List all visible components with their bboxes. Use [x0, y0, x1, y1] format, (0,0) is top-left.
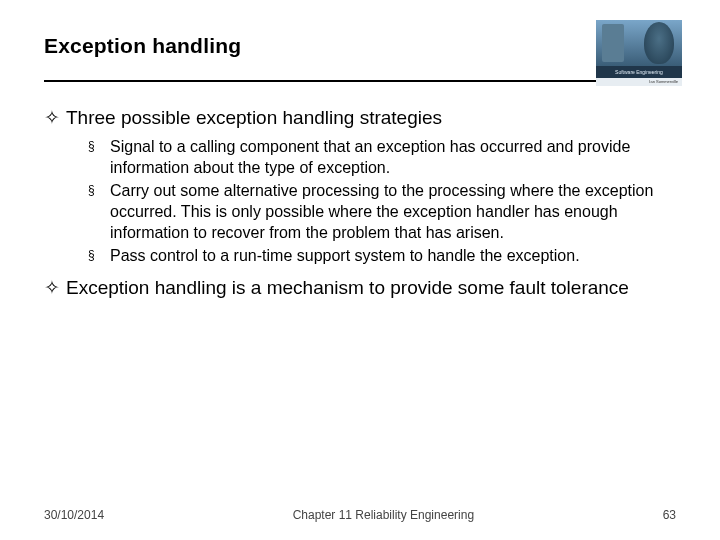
book-logo: Software Engineering Ian Sommerville: [596, 20, 682, 80]
slide-header: Exception handling Software Engineering …: [44, 34, 676, 82]
footer-page-number: 63: [663, 508, 676, 522]
book-cover-image: [596, 20, 682, 66]
slide-footer: 30/10/2014 Chapter 11 Reliability Engine…: [0, 508, 720, 522]
book-author-strip: Ian Sommerville: [596, 78, 682, 86]
bullet-level1: ✧ Exception handling is a mechanism to p…: [44, 276, 676, 300]
header-divider: [44, 80, 676, 82]
bullet-level1: ✧ Three possible exception handling stra…: [44, 106, 676, 130]
diamond-bullet-icon: ✧: [44, 106, 66, 130]
square-bullet-icon: §: [88, 245, 110, 266]
footer-date: 30/10/2014: [44, 508, 104, 522]
square-bullet-icon: §: [88, 180, 110, 243]
bullet-level2: § Carry out some alternative processing …: [88, 180, 676, 243]
bullet-text: Exception handling is a mechanism to pro…: [66, 276, 629, 300]
slide-title: Exception handling: [44, 34, 676, 58]
bullet-level2: § Signal to a calling component that an …: [88, 136, 676, 178]
book-title-strip: Software Engineering: [596, 66, 682, 78]
slide: Exception handling Software Engineering …: [0, 0, 720, 540]
bullet-level2: § Pass control to a run-time support sys…: [88, 245, 676, 266]
footer-chapter: Chapter 11 Reliability Engineering: [104, 508, 663, 522]
slide-content: ✧ Three possible exception handling stra…: [44, 106, 676, 300]
sub-bullet-group: § Signal to a calling component that an …: [44, 136, 676, 266]
bullet-text: Three possible exception handling strate…: [66, 106, 442, 130]
bullet-text: Pass control to a run-time support syste…: [110, 245, 580, 266]
bullet-text: Carry out some alternative processing to…: [110, 180, 670, 243]
diamond-bullet-icon: ✧: [44, 276, 66, 300]
square-bullet-icon: §: [88, 136, 110, 178]
bullet-text: Signal to a calling component that an ex…: [110, 136, 670, 178]
